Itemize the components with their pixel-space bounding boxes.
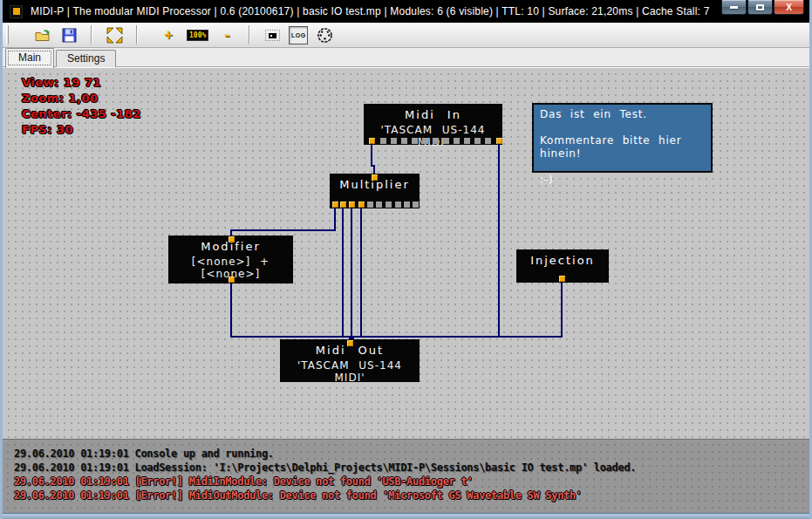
open-icon [34,28,51,43]
modules-button[interactable] [262,24,283,45]
port-gray[interactable] [454,138,460,144]
port-yellow[interactable] [332,201,338,208]
comment-box[interactable]: Das ist ein Test. Kommentare bitte hier … [532,103,713,173]
tab-settings[interactable]: Settings [56,50,116,67]
port-yellow[interactable] [349,201,355,208]
port-gray[interactable] [401,138,407,144]
zoom-level-badge: 100% [187,30,208,41]
comment-line: :-) [540,174,705,187]
log-toggle-button[interactable]: LOG [288,24,309,45]
save-icon [62,28,77,43]
wire[interactable] [343,206,350,342]
module-subtitle: 'TASCAM US-144 MIDI' [364,124,502,148]
port-gray[interactable] [485,138,491,144]
save-button[interactable] [58,24,79,45]
comment-line [540,160,705,174]
port-gray[interactable] [386,201,392,208]
debug-line: Zoom: 1,00 [22,91,141,106]
zoom-out-icon: - [223,27,231,43]
port-gray[interactable] [395,201,401,208]
log-line-error: 29.06.2010 01:19:01 [Error!] MidiOutModu… [14,488,809,502]
module-midi-out[interactable]: Midi Out'TASCAM US-144 MIDI' [280,339,420,382]
module-midi-in[interactable]: Midi In'TASCAM US-144 MIDI' [364,104,502,145]
midi-devices-icon [317,27,333,44]
port-gray[interactable] [367,201,373,208]
toolbar-separator [136,25,138,44]
app-icon [10,5,23,18]
port-gray[interactable] [464,138,470,144]
tab-main[interactable]: Main [5,48,54,68]
port-gray[interactable] [443,138,449,144]
port-yellow[interactable] [229,236,235,242]
console-log[interactable]: 29.06.2010 01:19:01 Console up and runni… [3,439,809,513]
port-gray[interactable] [474,138,481,144]
log-line-info: 29.06.2010 01:19:01 LoadSession: 'I:\Pro… [14,461,809,475]
port-yellow[interactable] [496,138,502,144]
maximize-icon [756,4,764,10]
titlebar: MIDI-P | The modular MIDI Processor | 0.… [3,0,809,23]
module-multiplier[interactable]: Multiplier [330,174,420,208]
zoom-in-icon: + [164,27,172,43]
port-gray[interactable] [412,138,418,144]
comment-line: Das ist ein Test. [540,108,705,121]
wire[interactable] [231,206,335,238]
minimize-icon [730,6,738,9]
midi-devices-button[interactable] [314,24,335,45]
port-gray[interactable] [391,138,397,144]
close-icon: X [786,3,792,12]
zoom-out-button[interactable]: - [216,24,237,45]
fit-view-icon [106,27,123,44]
canvas[interactable]: View: 19 71Zoom: 1,00Center: -435 -182FP… [3,68,809,439]
module-title: Injection [516,254,609,267]
toolbar-separator [91,25,92,44]
zoom-in-button[interactable]: + [158,24,179,45]
port-gray[interactable] [433,138,439,144]
debug-line: FPS: 30 [22,122,141,138]
comment-line: Kommentare bitte hier hinein! [540,134,705,160]
debug-overlay: View: 19 71Zoom: 1,00Center: -435 -182FP… [22,75,141,138]
maximize-button[interactable] [747,0,773,15]
toolbar: + 100% - LOG [3,23,809,48]
port-yellow[interactable] [340,201,346,208]
debug-line: View: 19 71 [22,75,141,91]
log-icon: LOG [289,26,308,44]
wire[interactable] [231,282,350,342]
app-window: MIDI-P | The modular MIDI Processor | 0.… [0,0,812,519]
port-gray[interactable] [413,201,419,208]
port-yellow[interactable] [347,340,353,346]
module-injection[interactable]: Injection [516,249,609,283]
log-line-info: 29.06.2010 01:19:01 Console up and runni… [14,447,809,461]
comment-line [540,121,705,134]
window-title: MIDI-P | The modular MIDI Processor | 0.… [31,5,710,17]
debug-line: Center: -435 -182 [22,106,141,122]
toolbar-grip[interactable] [6,25,9,44]
wire[interactable] [353,281,562,342]
port-gray[interactable] [422,138,428,144]
module-subtitle: 'TASCAM US-144 MIDI' [280,359,420,384]
tab-bar: Main Settings [3,48,809,68]
port-yellow[interactable] [369,138,375,144]
port-yellow[interactable] [358,201,365,208]
port-yellow[interactable] [559,276,565,282]
port-yellow[interactable] [229,277,235,283]
log-line-error: 29.06.2010 01:19:01 [Error!] MidiInModul… [14,475,809,488]
minimize-button[interactable] [721,0,747,15]
close-button[interactable]: X [774,0,804,15]
module-title: Midi In [364,108,502,121]
port-yellow[interactable] [372,174,378,181]
open-button[interactable] [32,24,53,45]
window-bottom-border [3,513,809,519]
wire[interactable] [351,206,361,342]
port-gray[interactable] [404,201,410,208]
toolbar-separator [249,25,250,44]
module-modifier[interactable]: Modifier[<none>] + [<none>] [168,236,293,283]
port-gray[interactable] [380,138,386,144]
modules-icon [265,30,280,41]
port-gray[interactable] [376,201,382,208]
fit-view-button[interactable] [104,24,125,45]
